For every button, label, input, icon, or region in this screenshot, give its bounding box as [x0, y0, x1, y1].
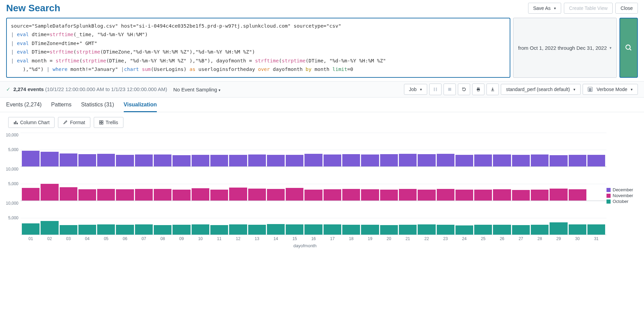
chart-bar[interactable] [78, 225, 96, 235]
chart-bar[interactable] [116, 189, 134, 201]
chart-bar[interactable] [399, 189, 417, 201]
chart-bar[interactable] [569, 224, 586, 235]
chart-bar[interactable] [418, 190, 435, 201]
chart-bar[interactable] [587, 155, 605, 167]
chart-bar[interactable] [380, 154, 398, 167]
chart-bar[interactable] [455, 190, 473, 201]
chart-bar[interactable] [380, 225, 398, 235]
chart-bar[interactable] [97, 189, 115, 201]
chart-bar[interactable] [267, 224, 285, 235]
event-sampling-dropdown[interactable]: No Event Sampling [173, 87, 220, 92]
reload-button[interactable] [458, 84, 470, 95]
chart-bar[interactable] [78, 154, 96, 167]
chart-bar[interactable] [97, 224, 115, 235]
close-button[interactable]: Close [615, 3, 638, 14]
chart-bar[interactable] [286, 224, 303, 235]
tab-patterns[interactable]: Patterns [51, 102, 72, 112]
chart-bar[interactable] [304, 224, 322, 235]
chart-bar[interactable] [286, 155, 303, 167]
chart-bar[interactable] [474, 225, 492, 235]
chart-bar[interactable] [22, 151, 40, 167]
chart-bar[interactable] [587, 224, 605, 235]
chart-bar[interactable] [135, 154, 153, 167]
chart-bar[interactable] [22, 223, 40, 235]
chart-bar[interactable] [531, 190, 549, 201]
chart-bar[interactable] [324, 154, 341, 167]
chart-bar[interactable] [342, 189, 360, 201]
chart-bar[interactable] [512, 190, 530, 201]
chart-bar[interactable] [248, 154, 266, 167]
chart-bar[interactable] [267, 189, 285, 201]
search-input[interactable]: source="SampleDataforSplunkBlog.csv" hos… [6, 18, 510, 78]
chart-bar[interactable] [116, 155, 134, 167]
chart-bar[interactable] [493, 225, 511, 235]
chart-bar[interactable] [192, 224, 209, 235]
legend-item-december[interactable]: December [606, 187, 641, 192]
chart-bar[interactable] [229, 224, 247, 235]
chart-bar[interactable] [455, 225, 473, 235]
chart-bar[interactable] [399, 225, 417, 235]
chart-bar[interactable] [267, 155, 285, 167]
print-button[interactable] [472, 84, 484, 95]
chart-bar[interactable] [418, 154, 435, 167]
chart-bar[interactable] [342, 154, 360, 167]
chart-bar[interactable] [361, 225, 379, 235]
chart-bar[interactable] [437, 225, 454, 235]
chart-bar[interactable] [342, 225, 360, 235]
format-button[interactable]: Format [58, 117, 90, 128]
chart-bar[interactable] [248, 225, 266, 235]
chart-bar[interactable] [512, 225, 530, 235]
search-mode-profile-dropdown[interactable]: standard_perf (search default) [501, 84, 581, 95]
legend-item-october[interactable]: October [606, 199, 641, 204]
tab-statistics[interactable]: Statistics (31) [81, 102, 114, 112]
chart-bar[interactable] [304, 154, 322, 167]
chart-bar[interactable] [192, 188, 209, 201]
chart-type-button[interactable]: Column Chart [8, 117, 55, 128]
chart-bar[interactable] [173, 155, 190, 167]
chart-bar[interactable] [210, 225, 228, 235]
chart-bar[interactable] [116, 225, 134, 235]
chart-bar[interactable] [192, 155, 209, 167]
legend-item-november[interactable]: November [606, 193, 641, 198]
chart-bar[interactable] [154, 189, 171, 201]
chart-bar[interactable] [569, 189, 586, 201]
chart-bar[interactable] [399, 154, 417, 167]
chart-bar[interactable] [60, 225, 77, 235]
chart-bar[interactable] [531, 225, 549, 235]
chart-bar[interactable] [60, 187, 77, 201]
chart-bar[interactable] [41, 152, 58, 167]
chart-bar[interactable] [173, 190, 190, 201]
chart-bar[interactable] [22, 188, 40, 201]
chart-bar[interactable] [304, 190, 322, 201]
chart-bar[interactable] [135, 224, 153, 235]
chart-bar[interactable] [286, 188, 303, 201]
search-mode-dropdown[interactable]: Verbose Mode [583, 84, 638, 95]
chart-bar[interactable] [418, 224, 435, 235]
chart-bar[interactable] [437, 154, 454, 167]
chart-bar[interactable] [41, 221, 58, 235]
chart-bar[interactable] [78, 189, 96, 201]
chart-bar[interactable] [361, 189, 379, 201]
chart-bar[interactable] [229, 188, 247, 201]
chart-bar[interactable] [41, 184, 58, 201]
chart-bar[interactable] [531, 154, 549, 167]
chart-bar[interactable] [229, 155, 247, 167]
trellis-button[interactable]: Trellis [94, 117, 123, 128]
chart-bar[interactable] [361, 154, 379, 167]
tab-events[interactable]: Events (2,274) [6, 102, 42, 112]
run-search-button[interactable] [619, 18, 638, 78]
job-menu[interactable]: Job [404, 84, 428, 95]
tab-visualization[interactable]: Visualization [124, 102, 157, 112]
chart-bar[interactable] [550, 155, 567, 167]
chart-bar[interactable] [569, 155, 586, 167]
chart-bar[interactable] [210, 155, 228, 167]
chart-bar[interactable] [493, 189, 511, 201]
export-button[interactable] [486, 84, 499, 95]
chart-bar[interactable] [437, 189, 454, 201]
chart-bar[interactable] [154, 225, 171, 235]
chart-bar[interactable] [173, 225, 190, 235]
chart-bar[interactable] [135, 189, 153, 201]
chart-bar[interactable] [550, 222, 567, 235]
chart-bar[interactable] [474, 190, 492, 201]
chart-bar[interactable] [380, 190, 398, 201]
